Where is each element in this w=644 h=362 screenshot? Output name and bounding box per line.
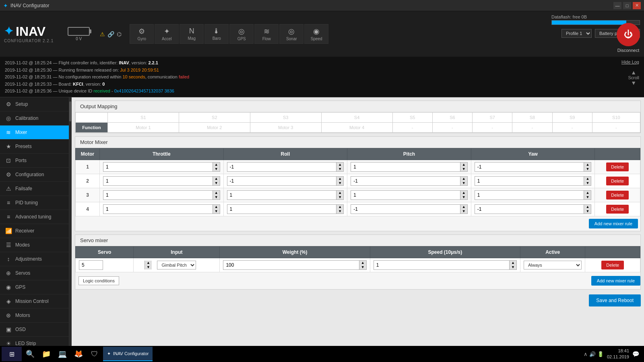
link-icon[interactable]: 🔗 [107,31,114,37]
sidebar-item-motors[interactable]: ⊛ Motors [0,309,69,323]
throttle-down-4[interactable]: ▼ [213,209,220,214]
pitch-spinner-3[interactable]: ▲ ▼ [351,190,468,200]
throttle-input-1[interactable] [103,163,213,171]
sidebar-item-receiver[interactable]: 📶 Receiver [0,224,69,238]
security-icon[interactable]: 🛡 [87,347,102,361]
close-button[interactable]: ✕ [633,2,641,9]
yaw-down-2[interactable]: ▼ [584,181,591,185]
minimize-button[interactable]: — [613,2,621,9]
sidebar-item-osd[interactable]: ▣ OSD [0,323,69,337]
throttle-spinner-2[interactable]: ▲ ▼ [103,176,220,186]
roll-input-4[interactable] [227,205,336,213]
pitch-down-3[interactable]: ▼ [460,195,467,200]
sidebar-item-presets[interactable]: ★ Presets [0,140,69,154]
servo-active-select-1[interactable]: Always [524,261,582,269]
servo-up-1[interactable]: ▲ [144,261,152,265]
tray-speaker[interactable]: 🔊 [589,351,596,357]
nav-speed[interactable]: ◉ Speed [304,24,328,44]
servo-input-select-1[interactable]: Gimbal Pitch [157,261,196,269]
roll-spinner-2[interactable]: ▲ ▼ [227,176,344,186]
yaw-down-1[interactable]: ▼ [584,167,591,171]
roll-down-2[interactable]: ▼ [336,181,343,185]
roll-spinner-1[interactable]: ▲ ▼ [227,162,344,172]
throttle-input-3[interactable] [103,191,213,199]
sidebar-item-servos[interactable]: ⊕ Servos [0,266,69,280]
roll-input-2[interactable] [227,177,336,185]
usb-icon[interactable]: ⌬ [117,31,122,37]
throttle-up-3[interactable]: ▲ [213,191,220,195]
sidebar-item-calibration[interactable]: ◎ Calibration [0,111,69,125]
yaw-spinner-3[interactable]: ▲ ▼ [475,190,592,200]
sidebar-item-ports[interactable]: ⊡ Ports [0,154,69,168]
add-servo-rule-button[interactable]: Add new mixer rule [591,276,640,286]
sidebar-scrollbar-thumb[interactable] [69,101,71,121]
pitch-input-1[interactable] [351,163,460,171]
throttle-down-3[interactable]: ▼ [213,195,220,200]
yaw-spinner-4[interactable]: ▲ ▼ [475,204,592,214]
disconnect-button[interactable]: ⏻ [617,23,640,46]
maximize-button[interactable]: □ [623,2,631,9]
roll-up-1[interactable]: ▲ [336,162,343,167]
yaw-input-4[interactable] [475,205,584,213]
warning-icon[interactable]: ⚠ [100,31,105,37]
active-app-taskbar[interactable]: ✦ INAV Configurator [103,347,153,361]
roll-input-3[interactable] [227,191,336,199]
delete-motor-2[interactable]: Delete [606,177,629,185]
hide-log-button[interactable]: Hide Log [621,60,639,64]
roll-input-1[interactable] [227,163,336,171]
pitch-spinner-1[interactable]: ▲ ▼ [351,162,468,172]
delete-motor-1[interactable]: Delete [606,162,629,171]
delete-motor-4[interactable]: Delete [606,205,629,214]
pitch-up-3[interactable]: ▲ [460,191,467,195]
pitch-down-4[interactable]: ▼ [460,209,467,214]
speed-input-1[interactable] [374,261,509,269]
yaw-up-2[interactable]: ▲ [584,177,591,181]
pitch-spinner-4[interactable]: ▲ ▼ [351,204,468,214]
sidebar-item-adjustments[interactable]: ↕ Adjustments [0,252,69,266]
servo-down-1[interactable]: ▼ [144,265,152,269]
roll-spinner-3[interactable]: ▲ ▼ [227,190,344,200]
nav-gps[interactable]: ◎ GPS [229,24,254,44]
throttle-spinner-4[interactable]: ▲ ▼ [103,204,220,214]
pitch-input-3[interactable] [351,191,460,199]
save-reboot-button[interactable]: Save and Reboot [589,294,641,306]
speed-down-1[interactable]: ▼ [509,265,516,269]
roll-down-4[interactable]: ▼ [336,209,343,214]
profile-select[interactable]: Profile 1 [561,29,592,38]
speed-spinner-1[interactable]: ▲ ▼ [374,260,517,270]
search-taskbar-icon[interactable]: 🔍 [23,347,38,361]
nav-accel[interactable]: ✦ Accel [155,24,179,44]
file-manager-icon[interactable]: 📁 [39,347,54,361]
throttle-spinner-3[interactable]: ▲ ▼ [103,190,220,200]
yaw-input-2[interactable] [475,177,584,185]
weight-input-1[interactable] [223,261,359,269]
yaw-up-4[interactable]: ▲ [584,205,591,209]
nav-sonar[interactable]: ◎ Sonar [279,24,303,44]
throttle-input-2[interactable] [103,177,213,185]
yaw-input-1[interactable] [475,163,584,171]
weight-spinner-1[interactable]: ▲ ▼ [223,260,366,270]
nav-baro[interactable]: 🌡 Baro [204,24,229,44]
pitch-up-4[interactable]: ▲ [460,205,467,209]
start-button[interactable]: ⊞ [2,347,22,361]
pitch-up-1[interactable]: ▲ [460,162,467,167]
yaw-spinner-1[interactable]: ▲ ▼ [475,162,592,172]
pitch-input-2[interactable] [351,177,460,185]
sidebar-item-advanced-tuning[interactable]: ≡ Advanced tuning [0,210,69,224]
sidebar-item-mixer[interactable]: ≋ Mixer [0,125,69,140]
servo-spinner-1[interactable]: ▲ ▼ [79,260,103,270]
throttle-input-4[interactable] [103,205,213,213]
yaw-down-4[interactable]: ▼ [584,209,591,214]
yaw-input-3[interactable] [475,191,584,199]
pitch-up-2[interactable]: ▲ [460,177,467,181]
sidebar-item-gps[interactable]: ◉ GPS [0,280,69,294]
throttle-down-2[interactable]: ▼ [213,181,220,185]
sidebar-item-failsafe[interactable]: ⚠ Failsafe [0,182,69,196]
sidebar-item-modes[interactable]: ☰ Modes [0,238,69,252]
tray-chevron[interactable]: ∧ [584,351,588,357]
notification-icon[interactable]: 💬 [632,351,639,357]
throttle-up-2[interactable]: ▲ [213,177,220,181]
speed-up-1[interactable]: ▲ [509,261,516,265]
scroll-up-arrow[interactable]: ▲ [631,70,636,75]
throttle-down-1[interactable]: ▼ [213,167,220,171]
